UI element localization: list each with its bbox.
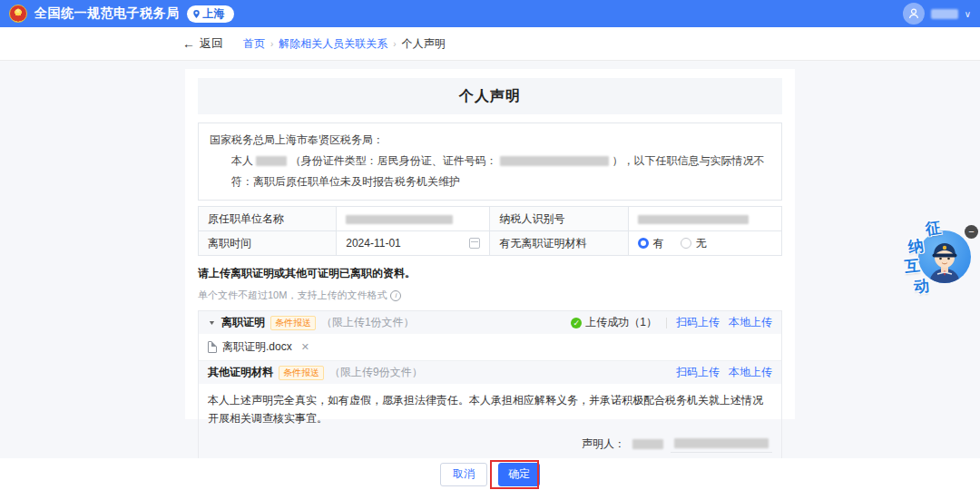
uploaded-file-item: 离职证明.docx ✕ [199, 334, 781, 361]
letter-salutation: 国家税务总局上海市奉贤区税务局： [210, 130, 770, 151]
upload-hint-text: 单个文件不超过10M，支持上传的文件格式 [198, 289, 387, 302]
declarant-signature [671, 436, 772, 453]
page: 全国统一规范电子税务局 上海 ∨ ← 返回 首页 › 解除 [0, 0, 980, 490]
taxpayer-id-redacted [638, 215, 749, 224]
action-bar: 取消 确定 [0, 458, 980, 490]
former-unit-label: 原任职单位名称 [199, 207, 337, 231]
name-redacted [256, 156, 287, 166]
employment-info-table: 原任职单位名称 纳税人识别号 离职时间 2024-11-01 [198, 206, 782, 256]
user-name-redacted [931, 9, 958, 19]
upload-instruction: 请上传离职证明或其他可证明已离职的资料。 [198, 266, 782, 281]
table-row: 离职时间 2024-11-01 有无离职证明材料 有 [199, 231, 782, 256]
upload-limit: （限上传1份文件） [321, 315, 415, 330]
breadcrumb: 首页 › 解除相关人员关联关系 › 个人声明 [243, 36, 446, 52]
declaration-card: 个人声明 国家税务总局上海市奉贤区税务局： 本人 （身份证件类型：居民身份证、证… [185, 69, 795, 419]
assistant-char: 征 [924, 217, 942, 240]
conditional-badge: 条件报送 [270, 316, 316, 330]
radio-yes[interactable]: 有 [638, 236, 664, 251]
upload-status-text: 上传成功（1） [585, 315, 657, 330]
user-avatar[interactable] [903, 3, 925, 24]
declarant-id-redacted [674, 438, 769, 448]
tax-assistant-widget[interactable]: − 征 纳 互 动 [897, 216, 980, 312]
upload-name: 离职证明 [221, 315, 265, 330]
upload-hint: 单个文件不超过10M，支持上传的文件格式 i [198, 289, 782, 302]
radio-yes-label: 有 [653, 236, 664, 251]
assistant-char: 互 [904, 255, 921, 278]
upload-sections: ▼ 离职证明 条件报送 （限上传1份文件） ✓ 上传成功（1） 扫码上传 本地上… [198, 310, 782, 465]
divider [666, 318, 667, 328]
leave-date-value: 2024-11-01 [346, 237, 401, 250]
file-name: 离职证明.docx [222, 339, 292, 355]
app-title: 全国统一规范电子税务局 [34, 5, 180, 22]
national-emblem-icon [9, 5, 27, 23]
breadcrumb-bar: ← 返回 首页 › 解除相关人员关联关系 › 个人声明 [0, 27, 980, 61]
table-row: 原任职单位名称 纳税人识别号 [199, 207, 782, 231]
radio-no-label: 无 [696, 236, 707, 251]
breadcrumb-parent[interactable]: 解除相关人员关联关系 [279, 36, 387, 52]
location-pin-icon [192, 10, 201, 18]
breadcrumb-separator: › [393, 39, 396, 49]
breadcrumb-current: 个人声明 [402, 36, 446, 52]
letter-body: 本人 （身份证件类型：居民身份证、证件号码： ），以下任职信息与实际情况不符：离… [210, 151, 770, 192]
back-button[interactable]: ← 返回 [182, 35, 223, 52]
chevron-down-icon[interactable]: ∨ [965, 9, 971, 19]
app-header: 全国统一规范电子税务局 上海 ∨ [0, 0, 980, 27]
info-icon[interactable]: i [390, 290, 401, 301]
id-number-redacted [500, 156, 609, 166]
breadcrumb-separator: › [270, 39, 273, 49]
person-icon [907, 7, 920, 20]
truthfulness-declaration: 本人上述声明完全真实，如有虚假，愿承担法律责任。本人承担相应解释义务，并承诺积极… [199, 384, 781, 430]
cancel-button[interactable]: 取消 [440, 463, 487, 486]
scan-upload-link[interactable]: 扫码上传 [676, 315, 720, 330]
declaration-letter: 国家税务总局上海市奉贤区税务局： 本人 （身份证件类型：居民身份证、证件号码： … [198, 122, 782, 201]
declarant-label: 声明人： [582, 436, 625, 452]
has-proof-field: 有 无 [628, 231, 781, 256]
has-proof-label: 有无离职证明材料 [490, 231, 628, 256]
confirm-button[interactable]: 确定 [498, 463, 540, 486]
radio-no-dot [681, 238, 691, 249]
remove-file-icon[interactable]: ✕ [301, 341, 309, 353]
breadcrumb-home[interactable]: 首页 [243, 36, 265, 52]
calendar-icon[interactable] [469, 238, 480, 249]
taxpayer-id-value [628, 207, 781, 231]
location-label: 上海 [203, 6, 225, 22]
upload-name: 其他证明材料 [208, 365, 273, 380]
back-arrow-icon: ← [182, 36, 195, 51]
success-check-icon: ✓ [571, 318, 582, 328]
scan-upload-link[interactable]: 扫码上传 [676, 365, 720, 380]
leave-date-label: 离职时间 [199, 231, 337, 256]
conditional-badge: 条件报送 [279, 366, 324, 380]
assistant-char: 动 [913, 275, 930, 297]
back-label: 返回 [200, 35, 223, 52]
radio-yes-dot [638, 238, 649, 249]
former-unit-value [337, 207, 490, 231]
minimize-icon[interactable]: − [965, 225, 978, 239]
page-title: 个人声明 [198, 78, 782, 114]
upload-status: ✓ 上传成功（1） [571, 315, 657, 330]
document-icon [208, 341, 217, 353]
local-upload-link[interactable]: 本地上传 [729, 315, 772, 330]
assistant-char: 纳 [906, 235, 925, 258]
chevron-down-icon[interactable]: ▼ [208, 319, 216, 327]
main-area: 个人声明 国家税务总局上海市奉贤区税务局： 本人 （身份证件类型：居民身份证、证… [0, 61, 980, 458]
letter-body-mid: （身份证件类型：居民身份证、证件号码： [290, 154, 497, 167]
location-switcher[interactable]: 上海 [187, 5, 234, 23]
declarant-name-redacted [632, 439, 663, 449]
upload-header-resignation: ▼ 离职证明 条件报送 （限上传1份文件） ✓ 上传成功（1） 扫码上传 本地上… [199, 311, 781, 334]
upload-limit: （限上传9份文件） [329, 365, 423, 380]
former-unit-redacted [346, 215, 453, 224]
local-upload-link[interactable]: 本地上传 [729, 365, 772, 380]
taxpayer-id-label: 纳税人识别号 [490, 207, 628, 231]
letter-body-pre: 本人 [231, 154, 253, 167]
radio-no[interactable]: 无 [681, 236, 707, 251]
leave-date-field[interactable]: 2024-11-01 [337, 231, 490, 256]
upload-header-other: 其他证明材料 条件报送 （限上传9份文件） 扫码上传 本地上传 [199, 361, 781, 384]
